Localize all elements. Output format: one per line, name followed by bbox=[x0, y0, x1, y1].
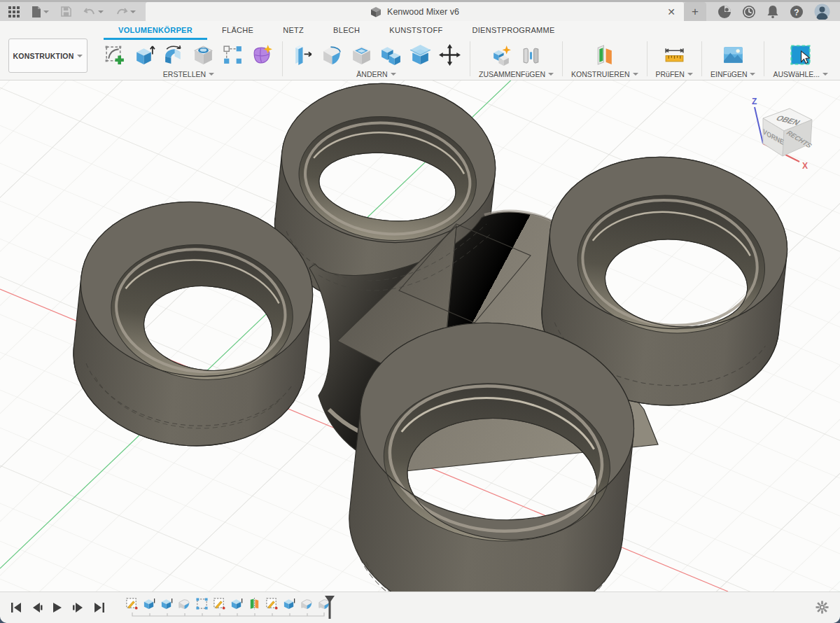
auswaehlen-label: AUSWäHLE... bbox=[773, 70, 820, 78]
revolve-icon[interactable] bbox=[162, 43, 186, 66]
model-scene bbox=[0, 80, 840, 592]
insert-image-icon[interactable] bbox=[722, 43, 745, 66]
close-tab-icon[interactable]: ✕ bbox=[667, 2, 676, 21]
app-grid-icon[interactable] bbox=[8, 6, 20, 18]
job-status-icon[interactable] bbox=[742, 5, 756, 19]
fillet-icon[interactable] bbox=[321, 43, 344, 66]
erstellen-dropdown[interactable]: ERSTELLEN bbox=[163, 70, 214, 78]
timeline-feature-pattern[interactable] bbox=[195, 597, 209, 610]
timeline-ruler[interactable] bbox=[127, 612, 330, 617]
timeline-feature-extrude[interactable] bbox=[143, 597, 156, 610]
timeline-feature-fillet[interactable] bbox=[178, 597, 191, 610]
new-tab-button[interactable]: + bbox=[684, 2, 706, 21]
split-body-icon[interactable] bbox=[409, 43, 432, 66]
ribbon-toolbar: KONSTRUKTION VOLUMENKÖRPER FLÄCHE NETZ B… bbox=[0, 21, 840, 80]
create-form-icon[interactable] bbox=[251, 43, 274, 66]
file-menu-button[interactable] bbox=[31, 6, 49, 18]
timeline-settings-button[interactable] bbox=[816, 601, 829, 617]
konstruieren-caret-icon bbox=[633, 73, 638, 76]
redo-button[interactable] bbox=[115, 7, 136, 17]
shell-icon[interactable] bbox=[350, 43, 373, 66]
timeline-playhead[interactable] bbox=[324, 596, 335, 622]
aendern-label: ÄNDERN bbox=[356, 70, 387, 78]
extrude-icon[interactable] bbox=[133, 43, 156, 66]
aendern-caret-icon bbox=[391, 73, 396, 76]
timeline-step-forward-button[interactable] bbox=[73, 603, 83, 612]
workspace-selector[interactable]: KONSTRUKTION bbox=[8, 38, 88, 73]
pruefen-dropdown[interactable]: PRüFEN bbox=[656, 70, 693, 78]
timeline-feature-extrude[interactable] bbox=[160, 597, 174, 610]
konstruieren-label: KONSTRUIEREN bbox=[571, 70, 629, 78]
select-icon[interactable] bbox=[788, 43, 813, 67]
timeline-feature-sketch[interactable] bbox=[265, 597, 279, 610]
hole-icon[interactable] bbox=[192, 43, 215, 66]
timeline-feature-sketch[interactable] bbox=[125, 597, 139, 610]
erstellen-label: ERSTELLEN bbox=[163, 70, 206, 78]
undo-button[interactable] bbox=[83, 7, 104, 17]
press-pull-icon[interactable] bbox=[291, 43, 314, 66]
auswaehlen-caret-icon bbox=[822, 73, 828, 76]
timeline-feature-extrude[interactable] bbox=[283, 597, 296, 610]
save-button[interactable] bbox=[61, 6, 71, 17]
pruefen-label: PRüFEN bbox=[656, 70, 685, 78]
group-pruefen: PRüFEN bbox=[650, 40, 699, 79]
zusammenfuegen-dropdown[interactable]: ZUSAMMENFüGEN bbox=[479, 70, 554, 78]
aendern-dropdown[interactable]: ÄNDERN bbox=[356, 70, 396, 78]
quick-access-toolbar bbox=[0, 2, 146, 21]
create-sketch-icon[interactable] bbox=[104, 43, 127, 66]
view-cube[interactable]: OBEN VORNE RECHTS Z X bbox=[735, 90, 826, 178]
titlebar-icons: ? bbox=[706, 2, 840, 21]
notifications-icon[interactable] bbox=[766, 5, 779, 19]
timeline-step-back-button[interactable] bbox=[32, 603, 43, 612]
group-separator bbox=[282, 41, 283, 76]
measure-icon[interactable] bbox=[663, 43, 686, 66]
timeline-bar bbox=[0, 592, 840, 623]
tab-volumenkoerper[interactable]: VOLUMENKÖRPER bbox=[104, 21, 207, 40]
group-einfuegen: EINFüGEN bbox=[705, 40, 762, 79]
zusammenfuegen-caret-icon bbox=[548, 73, 554, 76]
viewcube-x-axis-label: X bbox=[802, 161, 808, 171]
timeline-skip-start-button[interactable] bbox=[11, 603, 22, 612]
extensions-icon[interactable] bbox=[718, 5, 732, 19]
pruefen-caret-icon bbox=[687, 73, 693, 76]
zusammenfuegen-label: ZUSAMMENFüGEN bbox=[479, 70, 545, 78]
profile-avatar[interactable] bbox=[814, 4, 830, 20]
viewport-canvas[interactable]: OBEN VORNE RECHTS Z X bbox=[0, 80, 840, 592]
erstellen-caret-icon bbox=[209, 73, 214, 76]
construction-plane-icon[interactable] bbox=[593, 43, 616, 66]
timeline-feature-fillet[interactable] bbox=[300, 597, 314, 610]
combine-icon[interactable] bbox=[379, 43, 402, 66]
tab-kunststoff[interactable]: KUNSTSTOFF bbox=[374, 21, 457, 40]
tab-blech[interactable]: BLECH bbox=[318, 21, 374, 40]
group-separator bbox=[647, 41, 648, 76]
einfuegen-caret-icon bbox=[750, 73, 755, 76]
joint-icon[interactable] bbox=[519, 43, 542, 66]
tab-flaeche[interactable]: FLÄCHE bbox=[207, 21, 268, 40]
help-icon[interactable]: ? bbox=[790, 5, 804, 19]
timeline-feature-mirror[interactable] bbox=[248, 597, 261, 610]
pattern-icon[interactable] bbox=[221, 43, 244, 66]
move-copy-icon[interactable] bbox=[438, 43, 461, 66]
timeline-feature-sketch[interactable] bbox=[213, 597, 226, 610]
tab-netz[interactable]: NETZ bbox=[268, 21, 318, 40]
group-separator bbox=[764, 41, 764, 76]
group-aendern: ÄNDERN bbox=[286, 40, 467, 79]
group-erstellen: ERSTELLEN bbox=[98, 40, 279, 79]
viewcube-z-axis-line bbox=[755, 107, 763, 144]
fusion-window: Kenwood Mixer v6 ✕ + ? KONSTRUKTION bbox=[0, 0, 840, 623]
group-separator bbox=[701, 41, 702, 76]
new-component-icon[interactable] bbox=[490, 43, 513, 66]
ribbon-groups: ERSTELLEN bbox=[98, 40, 840, 79]
redo-caret-icon bbox=[130, 10, 136, 13]
timeline-play-button[interactable] bbox=[53, 603, 62, 612]
timeline-skip-end-button[interactable] bbox=[94, 603, 104, 612]
tab-dienstprogramme[interactable]: DIENSTPROGRAMME bbox=[457, 21, 569, 40]
auswaehlen-dropdown[interactable]: AUSWäHLE... bbox=[773, 70, 828, 78]
workspace-label: KONSTRUKTION bbox=[13, 52, 74, 60]
title-bar: Kenwood Mixer v6 ✕ + ? bbox=[0, 0, 840, 21]
timeline-feature-extrude[interactable] bbox=[230, 597, 244, 610]
group-zusammenfuegen: ZUSAMMENFüGEN bbox=[473, 40, 559, 79]
konstruieren-dropdown[interactable]: KONSTRUIEREN bbox=[571, 70, 638, 78]
einfuegen-dropdown[interactable]: EINFüGEN bbox=[710, 70, 756, 78]
document-tab[interactable]: Kenwood Mixer v6 ✕ bbox=[146, 2, 684, 21]
